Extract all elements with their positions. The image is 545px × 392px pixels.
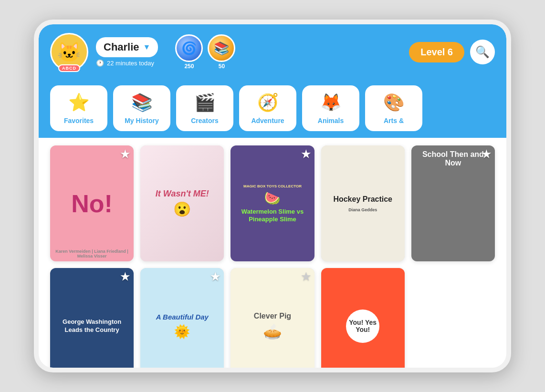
book-school-star: ★ [482,148,491,161]
book-watermelon-cover: MAGIC BOX TOYS COLLECTOR 🍉 Watermelon Sl… [231,145,314,261]
book-clever-title: Clever Pig [254,312,291,320]
book-no-author: Karen Vermeiden | Liana Friedland | Meli… [52,249,132,258]
badge-blue-count: 250 [184,63,194,70]
arts-icon: 🎨 [383,92,405,113]
dropdown-arrow-icon: ▼ [143,43,151,52]
book-hockey[interactable]: Hockey Practice Diana Geddes [321,145,405,261]
header: 🐱 ABCD Charlie ▼ 🕐 22 minutes today 🌀 25… [39,24,506,85]
book-no[interactable]: No! Karen Vermeiden | Liana Friedland | … [50,145,134,261]
header-right: Level 6 🔍 [409,40,495,64]
search-icon: 🔍 [475,45,490,59]
book-beautiful-star: ★ [210,271,220,283]
category-arts[interactable]: 🎨 Arts & [365,85,422,131]
tablet-frame: 🐱 ABCD Charlie ▼ 🕐 22 minutes today 🌀 25… [34,20,511,372]
user-info: Charlie ▼ 🕐 22 minutes today [96,37,158,67]
book-watermelon-subtitle: MAGIC BOX TOYS COLLECTOR [243,184,302,188]
book-george-cover: George Washington Leads the Country ★ [50,268,134,368]
book-clever-cover: Clever Pig 🥧 Joshua Morgan | Nathalie Ko… [231,268,314,368]
badge-item-gold[interactable]: 📚 50 [208,34,235,70]
book-clever[interactable]: Clever Pig 🥧 Joshua Morgan | Nathalie Ko… [231,268,314,368]
book-itwasnt-emoji: 😮 [173,201,191,217]
book-beautiful-title: A Beautiful Day [156,313,209,321]
category-adventure-label: Adventure [251,117,284,124]
avatar-container[interactable]: 🐱 ABCD [50,33,88,71]
favorites-icon: ⭐ [68,92,90,113]
category-creators[interactable]: 🎬 Creators [176,85,233,131]
category-adventure[interactable]: 🧭 Adventure [239,85,296,131]
book-school[interactable]: School Then and Now ★ [411,145,495,261]
adventure-icon: 🧭 [257,92,279,113]
book-george[interactable]: George Washington Leads the Country ★ [50,268,134,368]
book-beautiful[interactable]: A Beautiful Day 🌞 ★ [140,268,224,368]
book-hockey-author: Diana Geddes [348,207,377,212]
book-clever-star: ★ [301,271,311,283]
time-label: 22 minutes today [107,60,154,67]
book-beautiful-cover: A Beautiful Day 🌞 ★ [140,268,224,368]
book-itwasnt-title: It Wasn't ME! [156,189,209,199]
books-grid: No! Karen Vermeiden | Liana Friedland | … [50,145,495,368]
book-school-title: School Then and Now [416,150,490,167]
creators-icon: 🎬 [194,92,216,113]
book-school-cover: School Then and Now ★ [411,145,495,261]
book-you-title: You! Yes You! [346,319,379,334]
user-name: Charlie [104,41,139,53]
time-info: 🕐 22 minutes today [96,59,158,67]
book-watermelon-star: ★ [301,148,311,161]
book-itwasnt[interactable]: It Wasn't ME! 😮 [140,145,224,261]
category-arts-label: Arts & [384,117,404,124]
badge-item-blue[interactable]: 🌀 250 [175,34,203,70]
book-watermelon-emoji: 🍉 [264,190,281,206]
book-no-title: No! [71,189,113,218]
book-you-cover: You! Yes You! [321,268,405,368]
category-favorites[interactable]: ⭐ Favorites [50,85,107,131]
search-button[interactable]: 🔍 [470,40,495,64]
book-hockey-title: Hockey Practice [333,195,392,204]
book-no-star: ★ [120,148,130,161]
categories-scroll: ⭐ Favorites 📚 My History 🎬 Creators 🧭 Ad… [50,85,495,138]
badge-blue-icon: 🌀 [175,34,203,62]
book-hockey-cover: Hockey Practice Diana Geddes [321,145,405,261]
book-watermelon-title: Watermelon Slime vs Pineapple Slime [234,208,310,223]
books-area: No! Karen Vermeiden | Liana Friedland | … [39,138,506,368]
tablet-inner: 🐱 ABCD Charlie ▼ 🕐 22 minutes today 🌀 25… [39,24,506,368]
book-no-cover: No! Karen Vermeiden | Liana Friedland | … [50,145,134,261]
category-creators-label: Creators [191,117,219,124]
category-my-history[interactable]: 📚 My History [113,85,170,131]
categories-bar: ⭐ Favorites 📚 My History 🎬 Creators 🧭 Ad… [39,85,506,138]
book-george-star: ★ [120,271,130,283]
book-you[interactable]: You! Yes You! [321,268,405,368]
badge-gold-count: 50 [219,63,225,70]
book-you-bubble: You! Yes You! [346,309,379,343]
category-animals-label: Animals [318,117,344,124]
category-animals[interactable]: 🦊 Animals [302,85,359,131]
book-itwasnt-cover: It Wasn't ME! 😮 [140,145,224,261]
book-clever-emoji: 🥧 [263,322,282,340]
book-george-title: George Washington Leads the Country [54,318,130,334]
my-history-icon: 📚 [131,92,153,113]
clock-icon: 🕐 [96,59,104,67]
level-badge[interactable]: Level 6 [409,42,464,62]
category-my-history-label: My History [125,117,159,124]
category-favorites-label: Favorites [64,117,94,124]
avatar-badge: ABCD [58,64,80,72]
badge-gold-icon: 📚 [208,34,235,62]
animals-icon: 🦊 [320,92,342,113]
user-dropdown[interactable]: Charlie ▼ [96,37,158,57]
badges-area: 🌀 250 📚 50 [175,34,235,70]
book-watermelon[interactable]: MAGIC BOX TOYS COLLECTOR 🍉 Watermelon Sl… [231,145,314,261]
book-beautiful-emoji: 🌞 [174,324,190,340]
